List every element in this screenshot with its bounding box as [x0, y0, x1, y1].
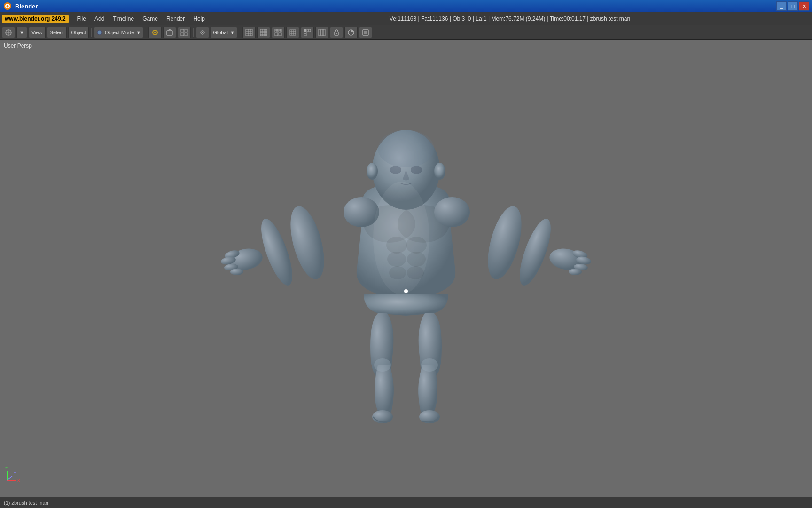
quad-view-button[interactable] — [178, 27, 191, 38]
blender-link[interactable]: www.blender.org 249.2 — [2, 15, 69, 23]
viewport[interactable]: User Persp — [0, 40, 812, 497]
svg-rect-48 — [323, 29, 325, 36]
axes-indicator: X Z Y — [5, 464, 23, 483]
svg-line-92 — [7, 476, 13, 480]
3d-figure — [195, 97, 617, 426]
grid-button-6[interactable] — [315, 27, 328, 38]
menu-help[interactable]: Help — [189, 15, 209, 23]
origin-dot — [404, 289, 408, 293]
svg-rect-42 — [307, 29, 308, 32]
status-bar: (1) zbrush test man — [0, 497, 812, 508]
window-controls: _ □ ✕ — [776, 1, 809, 11]
svg-point-86 — [419, 410, 440, 423]
svg-point-85 — [372, 410, 393, 423]
view-menu-button[interactable]: View — [29, 27, 46, 38]
svg-point-2 — [7, 5, 9, 8]
svg-rect-13 — [185, 33, 187, 36]
svg-point-67 — [569, 269, 582, 275]
grid-button-4[interactable] — [286, 27, 299, 38]
menu-game[interactable]: Game — [139, 15, 162, 23]
toolbar: ▼ View Select Object Object Mode ▼ — [0, 25, 812, 40]
orientation-dropdown-arrow: ▼ — [230, 30, 235, 35]
svg-point-88 — [421, 358, 438, 372]
svg-point-83 — [434, 163, 445, 180]
svg-rect-45 — [304, 34, 306, 36]
home-view-button[interactable] — [163, 27, 176, 38]
close-button[interactable]: ✕ — [799, 1, 809, 11]
svg-point-84 — [378, 130, 434, 167]
lock-icon-button[interactable] — [330, 27, 343, 38]
svg-rect-41 — [304, 29, 306, 32]
separator-3 — [193, 28, 194, 37]
svg-rect-9 — [167, 31, 172, 35]
blender-logo-icon — [3, 1, 12, 11]
mode-label: Object Mode — [105, 30, 134, 35]
snap-icon-button[interactable] — [196, 27, 209, 38]
grid-button-5[interactable] — [301, 27, 314, 38]
orientation-dropdown[interactable]: Global ▼ — [211, 27, 237, 38]
svg-rect-53 — [364, 31, 367, 34]
svg-point-82 — [367, 163, 378, 180]
svg-point-8 — [154, 32, 156, 33]
menu-render[interactable]: Render — [163, 15, 188, 23]
svg-point-87 — [374, 358, 391, 372]
svg-point-77 — [434, 197, 470, 227]
svg-text:Z: Z — [5, 466, 8, 470]
grid-button-3[interactable] — [272, 27, 285, 38]
svg-point-89 — [373, 182, 429, 294]
viewport-label: User Persp — [4, 42, 32, 49]
pan-icon-button[interactable] — [2, 27, 15, 38]
separator-1 — [91, 28, 92, 37]
svg-rect-30 — [275, 33, 278, 36]
status-text: (1) zbrush test man — [4, 500, 48, 506]
svg-text:X: X — [17, 478, 20, 483]
maximize-button[interactable]: □ — [788, 1, 798, 11]
window-title: Blender — [15, 3, 776, 10]
separator-2 — [146, 28, 146, 37]
svg-point-50 — [336, 33, 337, 34]
svg-point-60 — [230, 269, 243, 275]
svg-rect-31 — [279, 33, 281, 36]
select-menu-button[interactable]: Select — [47, 27, 67, 38]
render-result-button[interactable] — [359, 27, 372, 38]
grid-button-1[interactable] — [242, 27, 256, 38]
title-bar: Blender _ □ ✕ — [0, 0, 812, 12]
svg-rect-47 — [321, 29, 323, 36]
info-bar: Ve:111168 | Fa:111136 | Ob:3–0 | La:1 | … — [210, 16, 810, 22]
minimize-button[interactable]: _ — [776, 1, 787, 11]
svg-text:Y: Y — [14, 471, 16, 475]
svg-rect-36 — [290, 30, 296, 35]
menu-add[interactable]: Add — [91, 15, 108, 23]
menu-file[interactable]: File — [73, 15, 90, 23]
dropdown-arrow[interactable]: ▼ — [16, 27, 27, 38]
svg-point-15 — [202, 32, 203, 33]
menu-timeline[interactable]: Timeline — [109, 15, 138, 23]
grid-button-2[interactable] — [257, 27, 270, 38]
svg-point-76 — [344, 197, 379, 227]
object-menu-button[interactable]: Object — [68, 27, 89, 38]
svg-rect-43 — [309, 29, 311, 32]
svg-point-6 — [97, 30, 102, 35]
mode-dropdown-arrow: ▼ — [136, 30, 141, 35]
mode-dropdown[interactable]: Object Mode ▼ — [94, 27, 143, 38]
scene-icon-button[interactable] — [148, 27, 162, 38]
svg-rect-11 — [185, 29, 187, 32]
menu-bar: www.blender.org 249.2 File Add Timeline … — [0, 12, 812, 25]
svg-rect-16 — [246, 29, 252, 36]
svg-rect-46 — [319, 29, 320, 36]
orientation-label: Global — [213, 30, 228, 35]
separator-4 — [240, 28, 240, 37]
svg-rect-44 — [304, 32, 306, 33]
svg-rect-12 — [181, 33, 184, 36]
render-layer-button[interactable] — [344, 27, 358, 38]
svg-rect-10 — [181, 29, 184, 32]
